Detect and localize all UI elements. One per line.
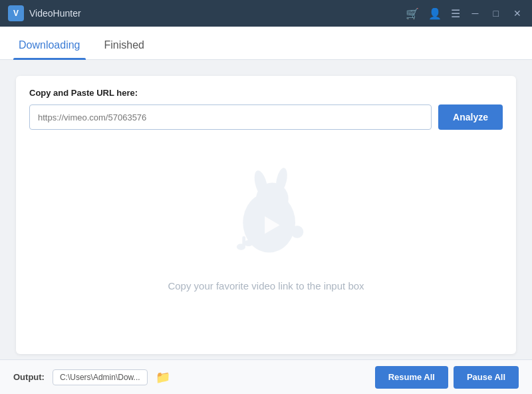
svg-point-9 (291, 226, 304, 238)
resume-all-button[interactable]: Resume All (375, 366, 448, 389)
output-path: C:\Users\Admin\Dow... (53, 369, 148, 385)
app-title: VideoHunter (29, 8, 81, 19)
url-row: Analyze (29, 104, 503, 130)
title-bar: V VideoHunter 🛒 👤 ☰ ─ □ ✕ (0, 0, 532, 27)
user-icon[interactable]: 👤 (428, 7, 442, 20)
output-label: Output: (13, 372, 45, 382)
svg-point-6 (237, 244, 245, 250)
svg-point-8 (244, 240, 253, 246)
empty-icon (213, 163, 319, 270)
minimize-button[interactable]: ─ (469, 7, 481, 20)
cart-icon[interactable]: 🛒 (406, 7, 419, 20)
maximize-button[interactable]: □ (491, 7, 501, 20)
title-bar-left: V VideoHunter (8, 5, 81, 21)
pause-all-button[interactable]: Pause All (454, 366, 519, 389)
close-button[interactable]: ✕ (511, 7, 524, 20)
menu-icon[interactable]: ☰ (451, 7, 460, 20)
url-input[interactable] (29, 104, 432, 130)
empty-state: Copy your favorite video link to the inp… (29, 150, 503, 305)
main-content: Copy and Paste URL here: Analyze (16, 76, 516, 354)
tab-downloading[interactable]: Downloading (13, 39, 86, 59)
empty-state-text: Copy your favorite video link to the inp… (168, 280, 364, 292)
tab-finished[interactable]: Finished (99, 39, 150, 59)
app-logo: V (8, 5, 24, 21)
url-label: Copy and Paste URL here: (29, 88, 503, 98)
title-bar-controls: 🛒 👤 ☰ ─ □ ✕ (406, 7, 524, 20)
folder-icon[interactable]: 📁 (156, 370, 170, 385)
bottom-bar: Output: C:\Users\Admin\Dow... 📁 Resume A… (0, 359, 532, 394)
tabs-bar: Downloading Finished (0, 27, 532, 60)
analyze-button[interactable]: Analyze (438, 104, 503, 130)
